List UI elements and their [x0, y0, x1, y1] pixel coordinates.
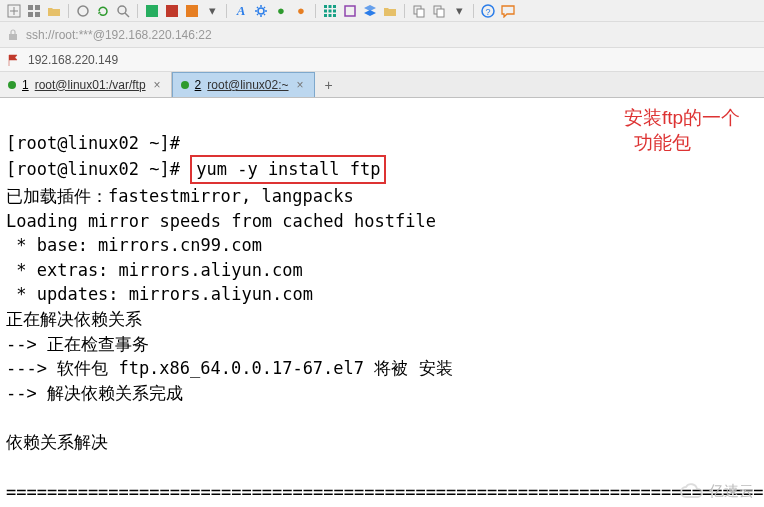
output-line: --> 正在检查事务	[6, 334, 149, 354]
svg-rect-17	[333, 5, 336, 8]
svg-rect-21	[324, 14, 327, 17]
address-bar: ssh://root:***@192.168.220.146:22	[0, 22, 764, 48]
folder-icon[interactable]	[46, 3, 62, 19]
annotation-callout: 安装ftp的一个 功能包	[624, 106, 740, 155]
app-red-icon[interactable]	[164, 3, 180, 19]
dropdown-icon[interactable]: ▾	[204, 3, 220, 19]
separator	[404, 4, 405, 18]
output-line: * updates: mirrors.aliyun.com	[6, 284, 313, 304]
output-line: 正在解决依赖关系	[6, 309, 142, 329]
main-toolbar: ▾ A ● ● ▾ ?	[0, 0, 764, 22]
annotation-line: 安装ftp的一个	[624, 107, 740, 128]
svg-rect-4	[35, 5, 40, 10]
svg-rect-26	[417, 9, 424, 17]
close-icon[interactable]: ×	[152, 78, 163, 92]
svg-rect-22	[329, 14, 332, 17]
highlighted-command: yum -y install ftp	[190, 155, 386, 184]
help-icon[interactable]: ?	[480, 3, 496, 19]
svg-rect-6	[35, 12, 40, 17]
tab-bar: 1 root@linux01:/var/ftp × 2 root@linux02…	[0, 72, 764, 98]
svg-rect-28	[437, 9, 444, 17]
svg-text:?: ?	[485, 7, 490, 17]
svg-rect-12	[166, 5, 178, 17]
separator	[226, 4, 227, 18]
svg-rect-3	[28, 5, 33, 10]
new-icon[interactable]	[6, 3, 22, 19]
bookmark-ip[interactable]: 192.168.220.149	[28, 53, 118, 67]
search-icon[interactable]	[115, 3, 131, 19]
table-divider: ========================================…	[6, 482, 764, 502]
tab-number: 2	[195, 78, 202, 92]
separator	[473, 4, 474, 18]
tab-linux02[interactable]: 2 root@linux02:~ ×	[172, 72, 315, 97]
app-orange-icon[interactable]	[184, 3, 200, 19]
svg-rect-11	[146, 5, 158, 17]
apps-icon[interactable]	[322, 3, 338, 19]
separator	[137, 4, 138, 18]
tab-linux01[interactable]: 1 root@linux01:/var/ftp ×	[0, 72, 172, 97]
output-line: --> 解决依赖关系完成	[6, 383, 183, 403]
watermark-text: 亿速云	[709, 482, 754, 501]
output-line: * extras: mirrors.aliyun.com	[6, 260, 303, 280]
svg-rect-13	[186, 5, 198, 17]
watermark: 亿速云	[679, 482, 754, 501]
output-line: 已加载插件：fastestmirror, langpacks	[6, 186, 354, 206]
dropdown2-icon[interactable]: ▾	[451, 3, 467, 19]
tab-number: 1	[22, 78, 29, 92]
box-icon[interactable]	[342, 3, 358, 19]
status-dot-icon	[181, 81, 189, 89]
svg-rect-18	[324, 9, 327, 12]
separator	[315, 4, 316, 18]
transfer-icon[interactable]	[382, 3, 398, 19]
chat-icon[interactable]	[500, 3, 516, 19]
status-orange-icon[interactable]: ●	[293, 3, 309, 19]
tab-label: root@linux02:~	[207, 78, 288, 92]
lock-icon	[6, 28, 20, 42]
output-line: Loading mirror speeds from cached hostfi…	[6, 211, 436, 231]
svg-rect-19	[329, 9, 332, 12]
output-line: * base: mirrors.cn99.com	[6, 235, 262, 255]
svg-point-9	[118, 6, 126, 14]
annotation-line: 功能包	[624, 132, 692, 153]
svg-point-7	[78, 6, 88, 16]
output-line: ---> 软件包 ftp.x86_64.0.0.17-67.el7 将被 安装	[6, 358, 453, 378]
app-green-icon[interactable]	[144, 3, 160, 19]
plus-icon: +	[324, 77, 332, 93]
svg-rect-20	[333, 9, 336, 12]
prompt-line: [root@linux02 ~]#	[6, 159, 190, 179]
refresh-icon[interactable]	[95, 3, 111, 19]
svg-point-14	[258, 8, 264, 14]
pin-icon[interactable]	[431, 3, 447, 19]
cloud-icon	[679, 483, 705, 501]
flag-icon[interactable]	[6, 53, 20, 67]
terminal-output[interactable]: [root@linux02 ~]# [root@linux02 ~]# yum …	[0, 98, 764, 507]
font-icon[interactable]: A	[233, 3, 249, 19]
grid-icon[interactable]	[26, 3, 42, 19]
svg-rect-23	[333, 14, 336, 17]
gear-icon[interactable]	[253, 3, 269, 19]
svg-rect-24	[345, 6, 355, 16]
svg-rect-16	[329, 5, 332, 8]
status-green-icon[interactable]: ●	[273, 3, 289, 19]
prompt-line: [root@linux02 ~]#	[6, 133, 180, 153]
tab-label: root@linux01:/var/ftp	[35, 78, 146, 92]
close-icon[interactable]: ×	[295, 78, 306, 92]
svg-rect-5	[28, 12, 33, 17]
output-line: 依赖关系解决	[6, 432, 108, 452]
status-dot-icon	[8, 81, 16, 89]
layers-icon[interactable]	[362, 3, 378, 19]
svg-rect-31	[9, 34, 17, 40]
session-icon[interactable]	[75, 3, 91, 19]
separator	[68, 4, 69, 18]
copy-icon[interactable]	[411, 3, 427, 19]
svg-line-10	[125, 13, 129, 17]
address-text[interactable]: ssh://root:***@192.168.220.146:22	[26, 28, 212, 42]
bookmark-bar: 192.168.220.149	[0, 48, 764, 72]
new-tab-button[interactable]: +	[315, 72, 343, 97]
svg-rect-15	[324, 5, 327, 8]
